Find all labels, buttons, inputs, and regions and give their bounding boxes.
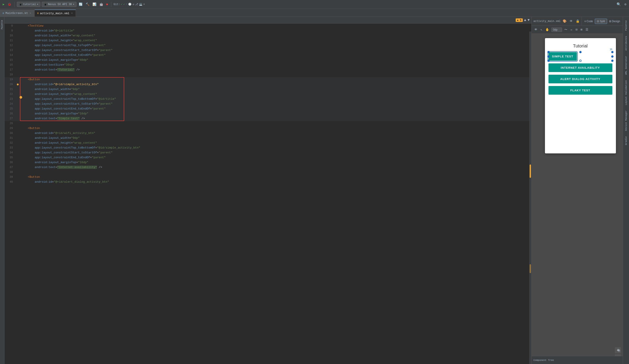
profile-icon[interactable]: 📊	[92, 2, 97, 7]
code-40: android:id="@+id/alert_dialog_activity_b…	[20, 180, 531, 184]
warning-badge: ▲ 5	[516, 18, 523, 22]
debug-icon[interactable]: 🐞	[7, 2, 12, 7]
preview-area[interactable]: Tutorial 16 SIMPLE TEST INTERNET AV	[532, 34, 629, 364]
code-line-40: 40 android:id="@+id/alert_dialog_activit…	[4, 180, 531, 184]
code-line-8: 8 <TextView	[4, 23, 531, 28]
stop-icon[interactable]: ■	[105, 2, 109, 7]
gradle-vtab[interactable]: Gradle	[624, 134, 628, 147]
line-num-11: 11	[4, 38, 15, 43]
code-line-11: 11 android:layout_height="wrap_content"	[4, 38, 531, 43]
palette-tab[interactable]: Palette	[0, 19, 4, 31]
eye-icon[interactable]: 👁	[569, 19, 574, 23]
git-up-icon: ↑	[126, 3, 127, 6]
line-num-30: 30	[4, 131, 15, 136]
xml-icon: X	[37, 12, 39, 15]
code-line-19: 19 <Button	[4, 77, 531, 82]
design-view-btn[interactable]: ⊞ Design	[607, 19, 622, 24]
code-line-12: 12 app:layout_constraintTop_toTopOf="par…	[4, 43, 531, 48]
layout-validation-vtab[interactable]: Layout Validation	[624, 79, 628, 107]
search-icon[interactable]: 🔍	[615, 2, 622, 7]
scroll-track	[529, 31, 531, 364]
gutter-17	[15, 67, 20, 72]
code-line-38: 38	[4, 170, 531, 175]
theme-icon[interactable]: 🎨	[562, 19, 567, 23]
android-studio-icon[interactable]: 🤖	[99, 2, 104, 7]
gutter-8	[15, 23, 20, 28]
settings-icon[interactable]: ⚙	[624, 2, 627, 7]
scroll-thumb-orange2	[530, 264, 531, 273]
gutter-10	[15, 33, 20, 38]
right-side-tabs: Palette Attributes UML Generator Layout …	[623, 17, 629, 364]
code-line-29: 29 <Button	[4, 126, 531, 131]
line-num-25: 25	[4, 107, 15, 111]
line-num-19: 19	[4, 77, 15, 82]
warning-prev-btn[interactable]: ▲	[524, 18, 526, 22]
tab-mainscreen[interactable]: K MainScreen.kt ×	[0, 9, 35, 17]
device-icon: 📱	[44, 3, 47, 6]
lock-icon[interactable]: 🔒	[575, 19, 580, 23]
run-icon[interactable]: ▶	[2, 2, 5, 7]
code-33: app:layout_constraintTop_toBottomOf="@id…	[20, 145, 531, 150]
code-line-28: 28	[4, 121, 531, 126]
component-tree-label[interactable]: Component Tree	[533, 359, 554, 362]
gutter-9	[15, 28, 20, 33]
gutter-40	[15, 180, 20, 184]
device-manager-vtab[interactable]: Device Manager	[624, 109, 628, 132]
line-num-9: 9	[4, 28, 15, 33]
sync-icon[interactable]: 🔄	[78, 2, 83, 7]
build-icon[interactable]: 🔨	[85, 2, 90, 7]
warning-next-btn[interactable]: ▼	[527, 18, 530, 22]
alert-dialog-button[interactable]: ALERT DIALOG ACTIVITY	[548, 75, 612, 83]
gutter-34	[15, 150, 20, 155]
code-line-25: 25 app:layout_constraintEnd_toEndOf="par…	[4, 107, 531, 111]
layout-h-icon[interactable]: ⊟	[575, 27, 578, 32]
attributes-vtab[interactable]: Attributes	[624, 34, 628, 52]
pencil-icon[interactable]: ✏	[570, 27, 573, 32]
code-line-16: 16 android:textSize="30sp"	[4, 63, 531, 67]
line-num-26: 26	[4, 111, 15, 116]
eye2-icon[interactable]: 👁	[533, 27, 538, 32]
code-16: android:textSize="30sp"	[20, 63, 531, 67]
code-22: android:layout_height="wrap_content"	[20, 92, 531, 97]
wave-icon[interactable]: 〜	[563, 27, 568, 32]
code-content[interactable]: 8 <TextView 9 android:id="@+id/title" 10…	[4, 23, 531, 364]
gutter-19	[15, 77, 20, 82]
tab-activitymain-close[interactable]: ×	[71, 12, 73, 15]
gutter-12	[15, 43, 20, 48]
split-view-btn[interactable]: ⊟ Split	[595, 19, 607, 24]
code-view-btn[interactable]: ≡ Code	[583, 19, 595, 24]
gutter-dot-20	[17, 84, 19, 85]
internet-availability-button[interactable]: INTERNET AVAILABILITY	[548, 63, 612, 72]
line-num-21: 21	[4, 87, 15, 92]
line-num-32: 32	[4, 140, 15, 145]
code-21: android:layout_width="0dp"	[20, 87, 531, 92]
line-num-35: 35	[4, 155, 15, 160]
component-tree-panel[interactable]: Component Tree	[532, 356, 623, 364]
cursor-icon[interactable]: ↖	[540, 27, 543, 32]
line-num-31: 31	[4, 136, 15, 140]
dp-input[interactable]	[551, 27, 562, 32]
tab-mainscreen-close[interactable]: ×	[29, 12, 32, 15]
gutter-16	[15, 63, 20, 67]
line-num-17: 17	[4, 67, 15, 72]
uml-generator-vtab[interactable]: UML Generator	[624, 54, 628, 77]
line-num-23: 23	[4, 97, 15, 102]
code-line-34: 34 app:layout_constraintStart_toStartOf=…	[4, 150, 531, 155]
tab-activitymain[interactable]: X activity_main.xml ×	[35, 9, 76, 17]
layout-v-icon[interactable]: ⊞	[580, 27, 583, 32]
handle-lm	[547, 55, 550, 58]
palette-vtab[interactable]: Palette	[624, 19, 628, 32]
tab-activitymain-label: activity_main.xml	[40, 12, 69, 15]
code-line-31: 31 android:layout_width="0dp"	[4, 136, 531, 140]
gutter-39	[15, 175, 20, 180]
code-29: <Button	[20, 126, 531, 131]
tutorial-dropdown[interactable]: 📱 tutorial ▾	[17, 2, 40, 7]
sep1	[14, 2, 15, 7]
gutter-36	[15, 160, 20, 165]
simple-test-button[interactable]: SIMPLE TEST	[548, 52, 577, 61]
device-dropdown[interactable]: 📱 Nexus 5X API 30 ▾	[42, 2, 76, 7]
align-icon[interactable]: ☰	[585, 27, 589, 32]
pan-icon[interactable]: ✋	[544, 27, 550, 32]
flaky-test-button[interactable]: FLAKY TEST	[548, 86, 612, 95]
gutter-30	[15, 131, 20, 136]
